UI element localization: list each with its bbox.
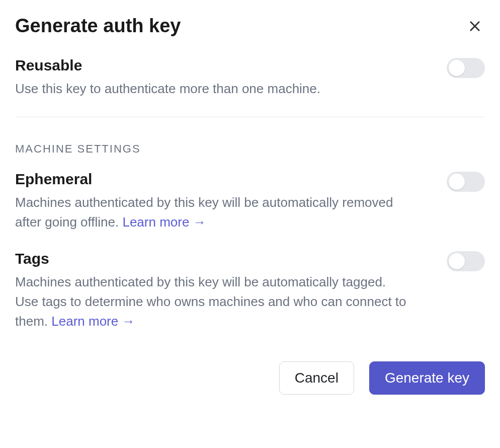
dialog-footer: Cancel Generate key — [15, 361, 485, 395]
ephemeral-toggle[interactable] — [447, 172, 485, 192]
reusable-title: Reusable — [15, 57, 435, 74]
close-button[interactable] — [465, 16, 485, 36]
tags-text: Tags Machines authenticated by this key … — [15, 250, 435, 331]
machine-settings-label: MACHINE SETTINGS — [15, 142, 485, 156]
toggle-knob — [449, 174, 465, 190]
tags-learn-more-link[interactable]: Learn more → — [51, 314, 135, 329]
ephemeral-text: Ephemeral Machines authenticated by this… — [15, 171, 435, 232]
cancel-button[interactable]: Cancel — [279, 361, 354, 395]
ephemeral-learn-more-link[interactable]: Learn more → — [122, 214, 206, 230]
tags-description: Machines authenticated by this key will … — [15, 272, 412, 331]
generate-key-button[interactable]: Generate key — [369, 361, 485, 395]
tags-title: Tags — [15, 250, 435, 267]
reusable-description: Use this key to authenticate more than o… — [15, 79, 412, 99]
dialog-header: Generate auth key — [15, 15, 485, 37]
tags-toggle[interactable] — [447, 251, 485, 271]
ephemeral-setting: Ephemeral Machines authenticated by this… — [15, 171, 485, 232]
generate-auth-key-dialog: Generate auth key Reusable Use this key … — [15, 15, 485, 395]
reusable-setting: Reusable Use this key to authenticate mo… — [15, 57, 485, 99]
reusable-text: Reusable Use this key to authenticate mo… — [15, 57, 435, 99]
close-icon — [468, 19, 482, 33]
tags-setting: Tags Machines authenticated by this key … — [15, 250, 485, 331]
divider — [15, 117, 485, 117]
toggle-knob — [449, 253, 465, 269]
ephemeral-description: Machines authenticated by this key will … — [15, 193, 412, 232]
dialog-title: Generate auth key — [15, 15, 181, 37]
reusable-toggle[interactable] — [447, 58, 485, 78]
toggle-knob — [449, 60, 465, 76]
ephemeral-title: Ephemeral — [15, 171, 435, 188]
